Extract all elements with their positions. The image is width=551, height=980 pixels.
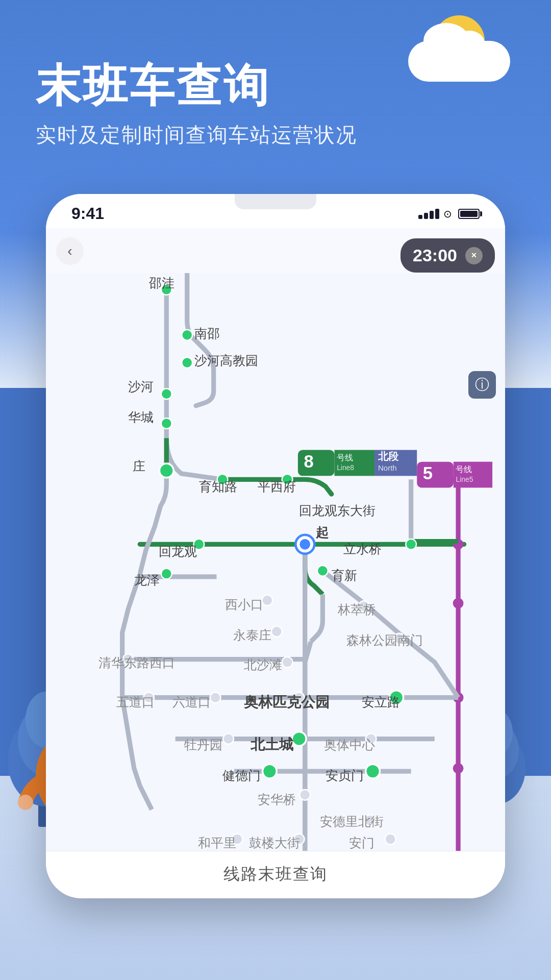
svg-point-24 xyxy=(182,330,192,340)
svg-text:回龙观东大街: 回龙观东大街 xyxy=(299,503,375,518)
svg-point-22 xyxy=(453,763,464,774)
bottom-label: 线路末班查询 xyxy=(223,863,328,886)
svg-text:沙河: 沙河 xyxy=(128,379,154,394)
svg-text:五道口: 五道口 xyxy=(116,695,155,709)
svg-text:林萃桥: 林萃桥 xyxy=(337,602,376,617)
close-button[interactable]: × xyxy=(465,247,483,264)
svg-text:安华桥: 安华桥 xyxy=(258,792,296,806)
svg-point-51 xyxy=(263,764,277,778)
svg-text:号线: 号线 xyxy=(337,453,353,462)
status-time: 9:41 xyxy=(71,204,104,223)
svg-point-40 xyxy=(271,626,282,637)
svg-point-36 xyxy=(161,569,172,579)
metro-map-svg: 起 xyxy=(46,273,505,851)
svg-text:奥体中心: 奥体中心 xyxy=(324,738,375,752)
svg-text:Line5: Line5 xyxy=(456,475,473,483)
svg-text:健德门: 健德门 xyxy=(222,768,261,782)
time-display: 23:00 × xyxy=(400,238,495,273)
back-button[interactable]: ‹ xyxy=(56,237,84,265)
phone-mockup: 9:41 ⊙ ‹ 23:00 × ⓘ xyxy=(46,194,505,898)
svg-text:North: North xyxy=(378,463,397,472)
main-title: 末班车查询 xyxy=(36,61,515,111)
svg-point-20 xyxy=(453,598,464,608)
svg-text:西小口: 西小口 xyxy=(225,597,263,611)
svg-text:安德里北街: 安德里北街 xyxy=(320,814,384,828)
svg-text:南邵: 南邵 xyxy=(194,326,220,340)
svg-text:鼓楼大街: 鼓楼大街 xyxy=(249,836,300,850)
phone-notch xyxy=(224,194,327,212)
svg-point-53 xyxy=(299,790,310,800)
svg-point-52 xyxy=(366,764,380,778)
svg-text:北沙滩: 北沙滩 xyxy=(244,657,282,672)
svg-text:安立路: 安立路 xyxy=(362,695,400,709)
svg-point-35 xyxy=(406,539,416,550)
svg-text:号线: 号线 xyxy=(456,464,472,474)
svg-text:清华东路西口: 清华东路西口 xyxy=(98,655,175,670)
svg-text:起: 起 xyxy=(315,525,329,540)
svg-text:和平里: 和平里 xyxy=(198,836,236,850)
map-time: 23:00 xyxy=(413,246,457,265)
svg-text:回龙观: 回龙观 xyxy=(159,544,197,558)
svg-text:永泰庄: 永泰庄 xyxy=(233,628,271,642)
svg-text:立水桥: 立水桥 xyxy=(343,542,382,556)
svg-text:8: 8 xyxy=(304,452,313,471)
wifi-icon: ⊙ xyxy=(443,208,452,220)
svg-point-48 xyxy=(223,733,234,744)
svg-point-25 xyxy=(182,357,192,368)
map-area[interactable]: ‹ 23:00 × ⓘ xyxy=(46,228,505,851)
info-button[interactable]: ⓘ xyxy=(468,371,496,399)
svg-text:Line8: Line8 xyxy=(337,463,354,472)
bottom-bar: 线路末班查询 xyxy=(46,851,505,897)
svg-point-45 xyxy=(210,692,221,703)
svg-text:森林公园南门: 森林公园南门 xyxy=(346,633,423,647)
signal-icon xyxy=(418,209,439,219)
svg-text:庄: 庄 xyxy=(133,459,145,473)
status-icons: ⊙ xyxy=(418,208,480,220)
svg-text:育知路: 育知路 xyxy=(199,479,237,494)
svg-text:奥林匹克公园: 奥林匹克公园 xyxy=(243,694,330,710)
svg-point-17 xyxy=(18,795,33,810)
svg-point-49 xyxy=(292,732,306,746)
battery-icon xyxy=(458,209,480,219)
svg-text:六道口: 六道口 xyxy=(172,695,211,709)
svg-text:安门: 安门 xyxy=(349,836,374,850)
svg-text:育新: 育新 xyxy=(332,568,357,582)
svg-point-28 xyxy=(159,463,173,478)
svg-text:邵洼: 邵洼 xyxy=(149,276,174,290)
svg-point-26 xyxy=(161,388,172,399)
svg-text:平西府: 平西府 xyxy=(258,479,296,494)
svg-text:牡丹园: 牡丹园 xyxy=(184,738,222,752)
svg-text:龙泽: 龙泽 xyxy=(134,573,160,587)
svg-point-41 xyxy=(282,657,293,668)
svg-text:北段: 北段 xyxy=(378,451,399,462)
svg-text:华城: 华城 xyxy=(128,410,154,424)
svg-point-33 xyxy=(299,539,310,550)
svg-text:5: 5 xyxy=(423,463,433,483)
svg-text:安贞门: 安贞门 xyxy=(325,768,364,782)
svg-point-37 xyxy=(317,566,328,576)
svg-text:沙河高教园: 沙河高教园 xyxy=(194,353,258,368)
title-area: 末班车查询 实时及定制时间查询车站运营状况 xyxy=(36,61,515,149)
svg-text:北土城: 北土城 xyxy=(250,737,294,752)
svg-point-57 xyxy=(385,834,396,845)
svg-point-27 xyxy=(161,418,172,429)
sub-title: 实时及定制时间查询车站运营状况 xyxy=(36,121,515,149)
svg-point-38 xyxy=(262,595,272,606)
